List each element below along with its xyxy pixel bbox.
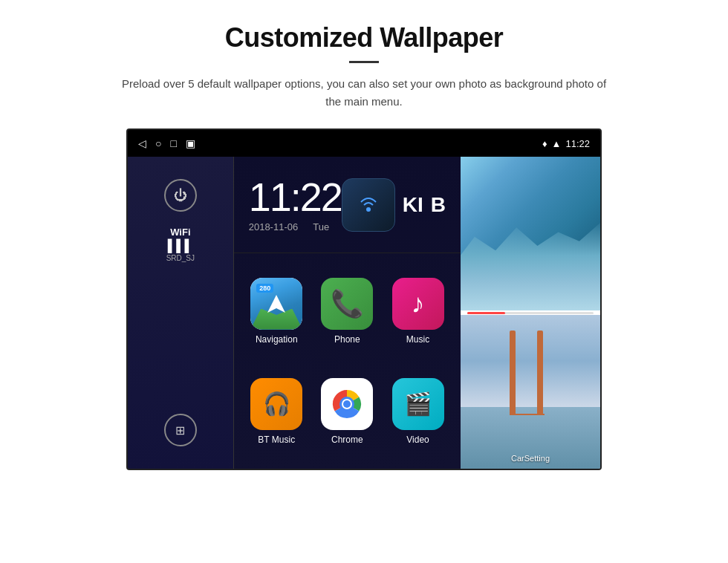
- video-label: Video: [406, 435, 429, 445]
- app-grid: 280 Navigation 📞: [234, 253, 461, 469]
- clock-date-value: 2018-11-06: [249, 221, 299, 232]
- ice-detail-decoration: [461, 218, 600, 310]
- music-icon: ♪: [392, 278, 444, 330]
- svg-point-5: [343, 400, 351, 408]
- wallpaper-bridge-thumb[interactable]: CarSetting: [461, 315, 600, 469]
- power-icon: ⏻: [174, 188, 187, 204]
- bridge-tower-left: [510, 331, 516, 415]
- app-item-music[interactable]: ♪ Music: [383, 261, 453, 361]
- phone-label: Phone: [334, 334, 360, 345]
- clock-day-value: Tue: [313, 221, 329, 232]
- chrome-logo-icon: [328, 385, 366, 423]
- clock-icons: KI B: [342, 178, 446, 232]
- phone-handset-icon: 📞: [331, 288, 364, 319]
- navigation-label: Navigation: [256, 334, 298, 345]
- carsetting-label: CarSetting: [461, 454, 600, 463]
- progress-bar-fill: [467, 312, 505, 314]
- nav-arrow-icon: [265, 293, 287, 315]
- status-time: 11:22: [565, 138, 590, 149]
- nav-icon-inner: 280: [250, 278, 302, 330]
- bluetooth-headphone-icon: 🎧: [263, 391, 290, 417]
- page-title: Customized Wallpaper: [225, 22, 504, 53]
- sidebar-top: ⏻ WiFi ▌▌▌ SRD_SJ: [164, 179, 197, 262]
- btmusic-icon: 🎧: [250, 378, 302, 430]
- app-item-video[interactable]: 🎬 Video: [383, 361, 453, 461]
- music-note-icon: ♪: [412, 288, 425, 319]
- wifi-widget: WiFi ▌▌▌ SRD_SJ: [166, 227, 195, 262]
- power-button[interactable]: ⏻: [164, 179, 197, 212]
- android-screen: ◁ ○ □ ▣ ♦ ▲ 11:22 ⏻ WiFi: [126, 128, 602, 470]
- svg-marker-1: [267, 295, 285, 313]
- radio-signal-icon: [355, 192, 382, 218]
- app-item-phone[interactable]: 📞 Phone: [312, 261, 383, 361]
- clock-section: 11:22 2018-11-06 Tue: [234, 157, 461, 253]
- sidebar-bottom: ⊞: [164, 414, 197, 446]
- clock-info: 11:22 2018-11-06 Tue: [249, 177, 342, 232]
- image-icon: ▣: [186, 137, 195, 149]
- clock-date: 2018-11-06 Tue: [249, 221, 342, 232]
- apps-button[interactable]: ⊞: [164, 414, 197, 446]
- wifi-bars-icon: ▌▌▌: [168, 239, 193, 253]
- app-item-btmusic[interactable]: 🎧 BT Music: [241, 361, 312, 461]
- status-bar-left: ◁ ○ □ ▣: [138, 137, 195, 149]
- music-label: Music: [406, 334, 429, 345]
- b-widget: B: [431, 193, 446, 217]
- back-arrow-icon: ◁: [138, 137, 146, 149]
- svg-point-0: [366, 207, 371, 212]
- wifi-ssid: SRD_SJ: [166, 254, 195, 262]
- location-icon: ♦: [542, 138, 547, 149]
- home-circle-icon: ○: [155, 137, 161, 149]
- bridge-cables: [510, 414, 545, 415]
- radio-icon-widget[interactable]: [342, 178, 395, 232]
- ki-widget: KI: [403, 193, 423, 217]
- clock-time: 11:22: [249, 177, 342, 217]
- center-area: 11:22 2018-11-06 Tue: [234, 157, 461, 469]
- wifi-label: WiFi: [170, 227, 190, 238]
- status-bar-right: ♦ ▲ 11:22: [542, 138, 590, 149]
- btmusic-label: BT Music: [258, 435, 295, 445]
- status-bar: ◁ ○ □ ▣ ♦ ▲ 11:22: [128, 130, 600, 157]
- page-subtitle: Preload over 5 default wallpaper options…: [119, 75, 609, 111]
- title-divider: [349, 61, 379, 63]
- wallpaper-bridge-bg: CarSetting: [461, 315, 600, 469]
- video-icon: 🎬: [392, 378, 444, 430]
- navigation-icon: 280: [250, 278, 302, 330]
- wallpaper-ice-bg: [461, 157, 600, 310]
- recent-apps-icon: □: [170, 137, 176, 149]
- chrome-icon: [321, 378, 373, 430]
- progress-bar: [467, 312, 593, 314]
- left-sidebar: ⏻ WiFi ▌▌▌ SRD_SJ ⊞: [128, 157, 234, 469]
- app-item-navigation[interactable]: 280 Navigation: [241, 261, 312, 361]
- main-content: ⏻ WiFi ▌▌▌ SRD_SJ ⊞: [128, 157, 600, 469]
- phone-icon: 📞: [321, 278, 373, 330]
- app-item-chrome[interactable]: Chrome: [312, 361, 383, 461]
- bridge-tower-right: [537, 331, 543, 415]
- wifi-icon: ▲: [552, 138, 562, 149]
- nav-badge: 280: [256, 284, 273, 293]
- chrome-label: Chrome: [331, 435, 363, 445]
- wallpaper-ice-thumb[interactable]: [461, 157, 600, 310]
- apps-grid-icon: ⊞: [175, 423, 185, 437]
- page-wrapper: Customized Wallpaper Preload over 5 defa…: [0, 0, 728, 563]
- right-panel: CarSetting: [461, 157, 600, 469]
- video-clapper-icon: 🎬: [404, 391, 432, 417]
